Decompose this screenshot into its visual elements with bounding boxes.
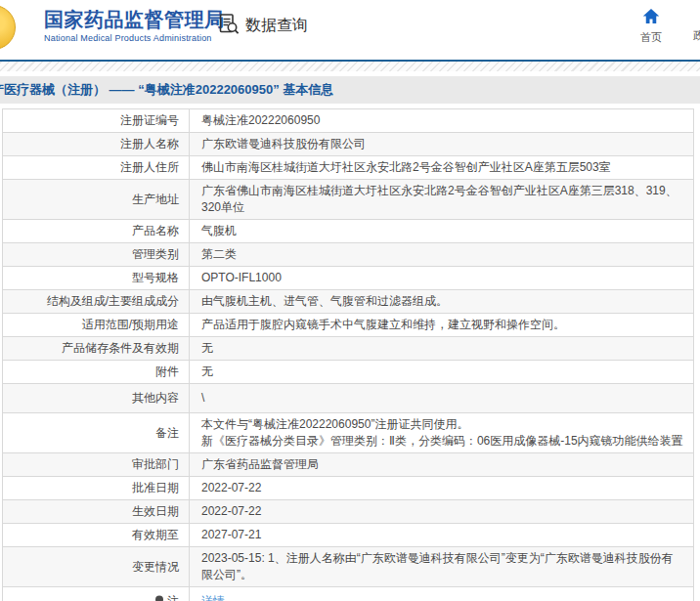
field-label: 附件 (3, 361, 190, 383)
field-value: 广东省佛山市南海区桂城街道大圩社区永安北路2号金谷智创产业社区A座第三层318、… (190, 180, 693, 219)
field-label: 其他内容 (3, 384, 190, 412)
brand-block: 国家药品监督管理局 National Medical Products Admi… (44, 8, 225, 43)
field-value: 2022-07-22 (190, 500, 693, 523)
field-value: 广东欧谱曼迪科技股份有限公司 (190, 133, 693, 155)
field-label: 审批部门 (3, 453, 190, 476)
field-value: 气腹机 (190, 220, 693, 242)
field-label: 生效日期 (3, 500, 190, 523)
home-label: 首页 (630, 30, 673, 45)
table-row: 管理类别 第二类 (3, 243, 693, 267)
table-row: 其他内容 \ (3, 384, 693, 413)
field-value: 产品适用于腹腔内窥镜手术中气腹建立和维持，建立视野和操作空间。 (190, 314, 693, 336)
detail-link[interactable]: 详情 (201, 593, 225, 601)
table-row: 型号规格 OPTO-IFL1000 (3, 267, 693, 290)
field-label: 生产地址 (3, 180, 190, 219)
field-label: 产品储存条件及有效期 (3, 337, 190, 360)
site-header: 国家药品监督管理局 National Medical Products Admi… (0, 0, 700, 60)
field-label: 批准日期 (3, 477, 190, 499)
field-label: 型号规格 (3, 267, 190, 289)
field-value: 粤械注准20222060950 (190, 109, 693, 132)
table-row: 注册人名称 广东欧谱曼迪科技股份有限公司 (3, 133, 693, 156)
home-icon (642, 11, 660, 27)
field-label: 注册证编号 (3, 109, 190, 132)
field-value: 本文件与“粤械注准20222060950”注册证共同使用。 新《医疗器械分类目录… (190, 413, 693, 452)
table-row: 批准日期 2022-07-22 (3, 477, 693, 500)
field-value: 详情 (190, 587, 693, 601)
field-value: 2023-05-15: 1、注册人名称由“广东欧谱曼迪科技有限公司”变更为“广东… (190, 547, 693, 586)
brand-title: 国家药品监督管理局 (44, 8, 225, 31)
table-row: 备注 本文件与“粤械注准20222060950”注册证共同使用。 新《医疗器械分… (3, 413, 693, 453)
section-title-bar: 国产医疗器械（注册） —— “粤械注准20222060950” 基本信息 (0, 76, 700, 104)
field-label: 适用范围/预期用途 (3, 314, 190, 336)
field-value: 无 (190, 361, 693, 383)
table-row: 注册人住所 佛山市南海区桂城街道大圩社区永安北路2号金谷智创产业社区A座第五层5… (3, 156, 693, 180)
field-label: 注册人住所 (3, 156, 190, 179)
data-query-nav[interactable]: 数据查询 (218, 13, 308, 39)
data-query-label: 数据查询 (245, 16, 308, 36)
table-row: 注册证编号 粤械注准20222060950 (3, 109, 693, 133)
field-value: 2022-07-22 (190, 477, 693, 499)
field-label: 有效期至 (3, 524, 190, 546)
page-title: 国产医疗器械（注册） —— “粤械注准20222060950” 基本信息 (0, 81, 333, 99)
table-row: 适用范围/预期用途 产品适用于腹腔内窥镜手术中气腹建立和维持，建立视野和操作空间… (3, 314, 693, 337)
table-row: 注 详情 (3, 587, 693, 601)
table-row: 生效日期 2022-07-22 (3, 500, 693, 524)
field-value: \ (190, 384, 693, 412)
table-row: 附件 无 (3, 361, 693, 384)
table-row: 生产地址 广东省佛山市南海区桂城街道大圩社区永安北路2号金谷智创产业社区A座第三… (3, 180, 693, 220)
table-row: 产品名称 气腹机 (3, 220, 693, 243)
note-dot-icon (154, 595, 164, 601)
field-value: 第二类 (190, 243, 693, 266)
table-row: 产品储存条件及有效期 无 (3, 337, 693, 361)
brand-subtitle: National Medical Products Administration (44, 33, 225, 43)
home-nav[interactable]: 首页 (630, 8, 673, 45)
field-value: OPTO-IFL1000 (190, 267, 693, 289)
field-label: 备注 (3, 413, 190, 452)
data-query-icon (218, 13, 241, 39)
nav-item-partial[interactable]: 政 (693, 28, 700, 43)
field-label: 结构及组成/主要组成成分 (3, 290, 190, 313)
field-label: 产品名称 (3, 220, 190, 242)
hatched-band (0, 62, 700, 71)
table-row: 有效期至 2027-07-21 (3, 524, 693, 547)
field-label: 变更情况 (3, 547, 190, 586)
field-label: 管理类别 (3, 243, 190, 266)
table-row: 变更情况 2023-05-15: 1、注册人名称由“广东欧谱曼迪科技有限公司”变… (3, 547, 693, 587)
field-value: 佛山市南海区桂城街道大圩社区永安北路2号金谷智创产业社区A座第五层503室 (190, 156, 693, 179)
table-row: 结构及组成/主要组成成分 由气腹机主机、进气管、气腹管和过滤器组成。 (3, 290, 693, 314)
field-value: 由气腹机主机、进气管、气腹管和过滤器组成。 (190, 290, 693, 313)
field-value: 广东省药品监督管理局 (190, 453, 693, 476)
field-label: 注 (3, 587, 190, 601)
table-row: 审批部门 广东省药品监督管理局 (3, 453, 693, 477)
field-value: 无 (190, 337, 693, 360)
field-value: 2027-07-21 (190, 524, 693, 546)
nmpa-logo (0, 5, 16, 50)
field-label: 注册人名称 (3, 133, 190, 155)
registration-detail-table: 注册证编号 粤械注准20222060950 注册人名称 广东欧谱曼迪科技股份有限… (2, 108, 694, 601)
